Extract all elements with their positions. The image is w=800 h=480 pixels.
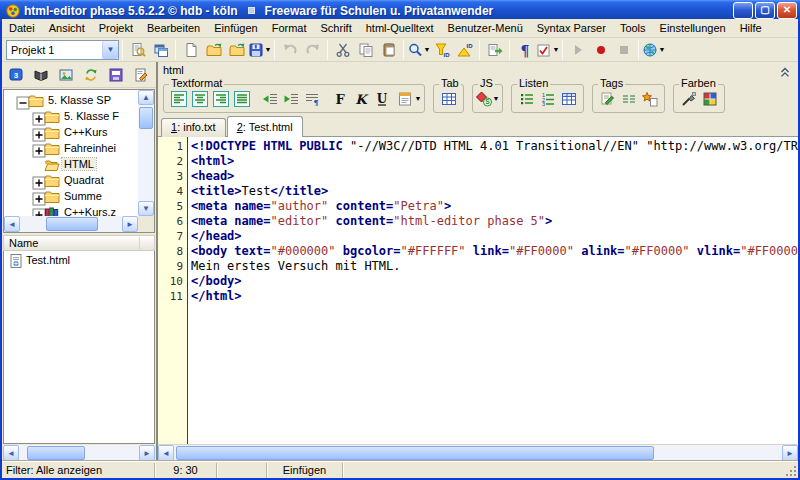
paste-button[interactable] [377,39,400,61]
special-chars-button[interactable]: ¶ [513,39,536,61]
scroll-right-icon[interactable]: ► [139,445,155,461]
column-divider[interactable] [139,237,140,249]
stop-macro-button[interactable] [612,39,635,61]
tree-item[interactable]: C++Kurs [4,124,138,140]
redo-button[interactable] [301,39,324,61]
menu-html-quelltext[interactable]: html-Quelltext [359,19,441,37]
toolbar-page-label[interactable]: html [163,64,184,76]
play-macro-button[interactable] [566,39,589,61]
snippet-window-button[interactable] [105,64,127,86]
open-file-button[interactable] [202,39,225,61]
scroll-down-icon[interactable]: ▼ [138,201,154,216]
syntax-check-button[interactable]: ▼ [536,39,559,61]
align-left-button[interactable] [168,88,189,110]
preview-button[interactable] [126,39,149,61]
tree-item[interactable]: Quadrat [4,172,138,188]
copy-button[interactable] [354,39,377,61]
menu-ansicht[interactable]: Ansicht [42,19,92,37]
italic-button[interactable]: K [350,88,371,110]
window-list-button[interactable] [149,39,172,61]
javascript-button[interactable]: S▼ [477,88,498,110]
scroll-left-icon[interactable]: ◄ [4,216,20,232]
scrollbar-thumb[interactable] [139,107,153,129]
search-button[interactable]: ▼ [407,39,430,61]
align-justify-button[interactable] [231,88,252,110]
new-file-button[interactable] [179,39,202,61]
id-search-up-button[interactable]: ID [453,39,476,61]
undo-button[interactable] [278,39,301,61]
unordered-list-button[interactable] [516,88,537,110]
file-list-header[interactable]: Name [3,235,155,251]
menu-syntax-parser[interactable]: Syntax Parser [530,19,613,37]
menu-format[interactable]: Format [265,19,314,37]
edit-tag-button[interactable] [597,88,618,110]
ordered-list-button[interactable]: 123 [537,88,558,110]
menu-bearbeiten[interactable]: Bearbeiten [140,19,207,37]
minimize-button[interactable]: _ [733,2,753,19]
documentation-button[interactable] [30,64,52,86]
tree-item[interactable]: HTML [4,156,138,172]
refresh-button[interactable] [80,64,102,86]
editor-horizontal-scrollbar[interactable]: ◄ ► [158,444,798,461]
menu-einf-gen[interactable]: Einfügen [207,19,264,37]
scroll-left-icon[interactable]: ◄ [158,445,174,461]
scroll-right-icon[interactable]: ► [782,445,798,461]
menu-tools[interactable]: Tools [613,19,653,37]
edit-file-button[interactable] [130,64,152,86]
tree-vertical-scrollbar[interactable]: ▲ ▼ [138,90,154,216]
export-button[interactable] [483,39,506,61]
browser-preview-button[interactable]: ▼ [642,39,665,61]
open-project-button[interactable] [225,39,248,61]
special-tag-button[interactable] [639,88,660,110]
save-button[interactable]: ▼ [248,39,271,61]
tree-item[interactable]: Summe [4,188,138,204]
menu-hilfe[interactable]: Hilfe [733,19,769,37]
collapse-chevron-icon[interactable] [778,65,792,79]
image-browser-button[interactable] [55,64,77,86]
id-search-down-button[interactable]: ID [430,39,453,61]
list-item[interactable]: Test.html [4,251,154,268]
paragraph-style-button[interactable]: ▼ [399,88,420,110]
record-macro-button[interactable] [589,39,612,61]
code-area[interactable]: <!DOCTYPE HTML PUBLIC "-//W3C//DTD HTML … [188,137,798,444]
menu-schrift[interactable]: Schrift [314,19,359,37]
comment-tag-button[interactable] [618,88,639,110]
scroll-left-icon[interactable]: ◄ [3,445,19,461]
menu-projekt[interactable]: Projekt [92,19,140,37]
project-view-button[interactable]: 3 [5,64,27,86]
text-color-button[interactable] [678,88,699,110]
scroll-right-icon[interactable]: ► [122,216,138,232]
indent-button[interactable] [280,88,301,110]
bold-button[interactable]: F [329,88,350,110]
tab-2-test-html[interactable]: 2: Test.html [227,116,303,137]
resize-grip[interactable] [785,465,797,477]
project-combobox[interactable]: Projekt 1 ▼ [6,40,119,60]
code-editor[interactable]: 1234567891011 <!DOCTYPE HTML PUBLIC "-//… [158,137,798,444]
menu-datei[interactable]: Datei [2,19,42,37]
linebreak-button[interactable]: ¶ [301,88,322,110]
outdent-button[interactable] [259,88,280,110]
color-palette-button[interactable] [699,88,720,110]
close-button[interactable]: ✕ [777,2,797,19]
menu-benutzer-men[interactable]: Benutzer-Menü [441,19,530,37]
maximize-button[interactable]: ▢ [755,2,775,19]
tree-item[interactable]: Fahreinhei [4,140,138,156]
scrollbar-thumb[interactable] [46,217,98,231]
scrollbar-thumb[interactable] [176,446,654,460]
align-center-button[interactable] [189,88,210,110]
scrollbar-thumb[interactable] [27,446,85,460]
insert-table-button[interactable] [438,88,459,110]
book-icon [33,67,49,83]
tree-item[interactable]: 5. Klasse SP [4,92,138,108]
chevron-down-icon[interactable]: ▼ [102,41,118,59]
menu-einstellungen[interactable]: Einstellungen [653,19,733,37]
cut-button[interactable] [331,39,354,61]
tab-1-info-txt[interactable]: 1: info.txt [161,118,226,137]
tree-item[interactable]: C++Kurs.z [4,204,138,216]
underline-button[interactable]: U [371,88,392,110]
align-right-button[interactable] [210,88,231,110]
definition-list-button[interactable] [558,88,579,110]
scroll-up-icon[interactable]: ▲ [138,90,154,105]
tree-horizontal-scrollbar[interactable]: ◄ ► [4,216,138,232]
list-horizontal-scrollbar[interactable]: ◄ ► [3,445,155,461]
